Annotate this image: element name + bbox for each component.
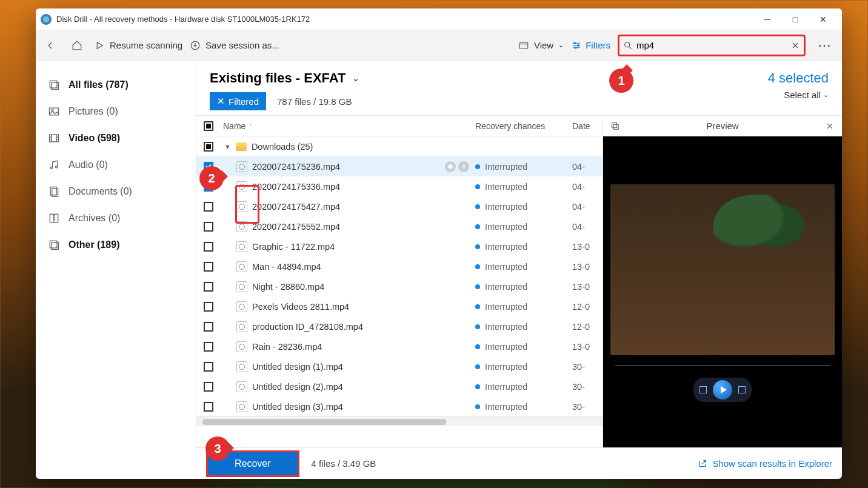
file-name: 20200724175336.mp4: [252, 182, 340, 192]
row-checkbox[interactable]: [204, 202, 213, 212]
file-row[interactable]: Untitled design (3).mp4Interrupted30-: [196, 396, 603, 416]
column-recovery[interactable]: Recovery chances: [475, 121, 572, 131]
maximize-button[interactable]: □: [781, 10, 809, 29]
file-date: 04-: [572, 162, 603, 172]
show-in-explorer-link[interactable]: Show scan results in Explorer: [698, 458, 832, 469]
eye-icon[interactable]: ◉: [445, 161, 456, 172]
more-menu-button[interactable]: ⋯: [813, 38, 837, 53]
view-label: View: [534, 40, 553, 50]
file-row[interactable]: Rain - 28236.mp4Interrupted13-0: [196, 336, 603, 356]
callout-num: 3: [214, 442, 221, 456]
chevron-down-icon: ⌄: [352, 73, 359, 83]
hash-icon[interactable]: #: [458, 161, 469, 172]
minimize-button[interactable]: ─: [753, 10, 781, 29]
file-icon: [236, 161, 247, 172]
row-checkbox[interactable]: [204, 282, 213, 292]
select-all-checkbox[interactable]: [204, 121, 213, 131]
recovery-status: Interrupted: [485, 342, 527, 352]
file-row[interactable]: production ID_4728108.mp4Interrupted12-0: [196, 316, 603, 336]
chevron-down-icon[interactable]: ▼: [224, 143, 231, 150]
file-row[interactable]: Graphic - 11722.mp4Interrupted13-0: [196, 236, 603, 256]
back-button[interactable]: [41, 36, 60, 55]
stop-button[interactable]: [699, 386, 707, 393]
annotation-2: 2: [199, 166, 224, 190]
external-link-icon: [698, 459, 707, 469]
file-row[interactable]: 20200724175236.mp4◉#Interrupted04-: [196, 156, 603, 176]
sidebar-item-documents[interactable]: Documents (0): [36, 178, 196, 205]
seek-bar[interactable]: [615, 365, 830, 366]
row-checkbox[interactable]: [204, 322, 213, 332]
preview-pane: Preview: [603, 116, 842, 447]
file-name: Untitled design (2).mp4: [252, 382, 343, 392]
col-label: Name: [223, 121, 245, 131]
file-row[interactable]: 20200724175336.mp4Interrupted04-: [196, 176, 603, 196]
row-checkbox[interactable]: [204, 302, 213, 312]
home-button[interactable]: [67, 36, 87, 55]
select-all-button[interactable]: Select all ⌄: [768, 90, 829, 100]
file-icon: [236, 301, 247, 312]
sidebar-label: Documents (0): [68, 186, 132, 197]
row-checkbox[interactable]: [204, 222, 213, 232]
file-icon: [236, 181, 247, 192]
col-label: Date: [572, 121, 590, 131]
file-icon: [236, 321, 247, 332]
sidebar-item-video[interactable]: Video (598): [36, 125, 196, 152]
sidebar-item-other[interactable]: Other (189): [36, 232, 196, 258]
sidebar-item-audio[interactable]: Audio (0): [36, 152, 196, 178]
music-icon: [48, 159, 60, 171]
clear-search-icon[interactable]: [790, 41, 800, 50]
sidebar-item-all-files[interactable]: All files (787): [36, 72, 196, 98]
file-icon: [236, 201, 247, 212]
file-icon: [236, 341, 247, 352]
status-dot-icon: [475, 164, 480, 169]
search-input[interactable]: [636, 40, 787, 50]
sidebar-item-pictures[interactable]: Pictures (0): [36, 98, 196, 125]
row-checkbox[interactable]: [204, 342, 213, 352]
video-icon: [48, 132, 60, 144]
section-heading-dropdown[interactable]: Existing files - EXFAT ⌄: [210, 70, 359, 86]
file-row[interactable]: Night - 28860.mp4Interrupted13-0: [196, 276, 603, 296]
recovery-status: Interrupted: [485, 362, 527, 372]
file-row[interactable]: Pexels Videos 2811.mp4Interrupted12-0: [196, 296, 603, 316]
toolbar: Resume scanning Save session as... View …: [36, 30, 842, 61]
select-all-label: Select all: [784, 90, 821, 100]
copy-icon[interactable]: [610, 121, 620, 131]
row-checkbox[interactable]: [204, 142, 213, 152]
row-checkbox[interactable]: [204, 382, 213, 392]
filters-button[interactable]: Filters: [571, 40, 610, 51]
play-button[interactable]: [713, 380, 732, 399]
row-checkbox[interactable]: [204, 262, 213, 272]
file-row[interactable]: Untitled design (1).mp4Interrupted30-: [196, 356, 603, 376]
close-preview-icon[interactable]: [825, 121, 835, 131]
status-dot-icon: [475, 244, 480, 249]
annotation-1: 1: [609, 69, 633, 93]
file-row[interactable]: 20200724175427.mp4Interrupted04-: [196, 196, 603, 216]
close-button[interactable]: ✕: [809, 10, 837, 29]
column-date[interactable]: Date: [572, 121, 603, 131]
fullscreen-button[interactable]: [738, 386, 746, 393]
row-checkbox[interactable]: [204, 242, 213, 252]
status-dot-icon: [475, 324, 480, 329]
file-row[interactable]: Man - 44894.mp4Interrupted13-0: [196, 256, 603, 276]
resume-scanning-button[interactable]: Resume scanning: [94, 40, 182, 51]
file-icon: [236, 261, 247, 272]
file-date: 30-: [572, 402, 603, 412]
column-name[interactable]: Name˄: [221, 121, 475, 131]
sidebar-label: Audio (0): [68, 159, 108, 170]
sidebar-item-archives[interactable]: Archives (0): [36, 205, 196, 232]
save-session-button[interactable]: Save session as...: [190, 40, 279, 51]
row-checkbox[interactable]: [204, 402, 213, 412]
file-row[interactable]: 20200724175552.mp4Interrupted04-: [196, 216, 603, 236]
view-button[interactable]: View ⌄: [518, 40, 564, 51]
file-date: 13-0: [572, 242, 603, 252]
horizontal-scrollbar[interactable]: [196, 416, 603, 426]
search-box[interactable]: [618, 35, 806, 56]
status-dot-icon: [475, 384, 480, 389]
file-count-text: 787 files / 19.8 GB: [277, 96, 352, 107]
save-session-label: Save session as...: [205, 40, 279, 50]
section-heading: Existing files - EXFAT: [210, 70, 346, 86]
filtered-chip[interactable]: ✕ Filtered: [210, 92, 266, 110]
file-row[interactable]: Untitled design (2).mp4Interrupted30-: [196, 376, 603, 396]
folder-row[interactable]: ▼ Downloads (25): [196, 136, 603, 156]
row-checkbox[interactable]: [204, 362, 213, 372]
